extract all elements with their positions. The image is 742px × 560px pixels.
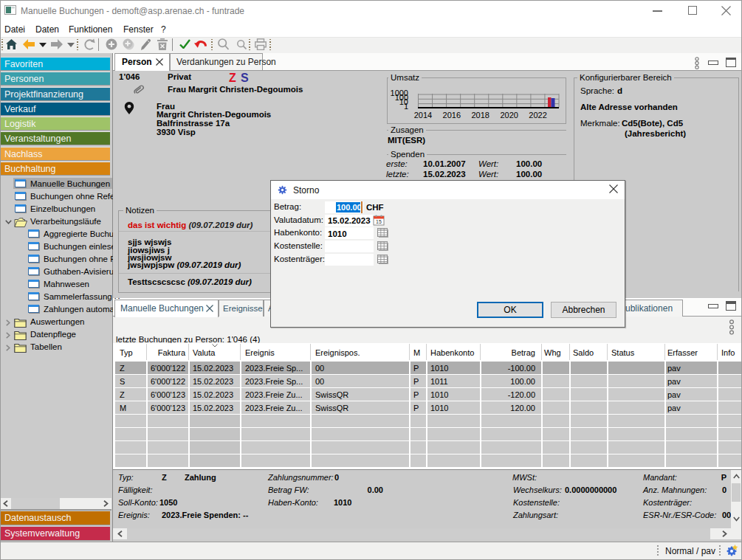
svg-text:15: 15 — [376, 219, 382, 224]
